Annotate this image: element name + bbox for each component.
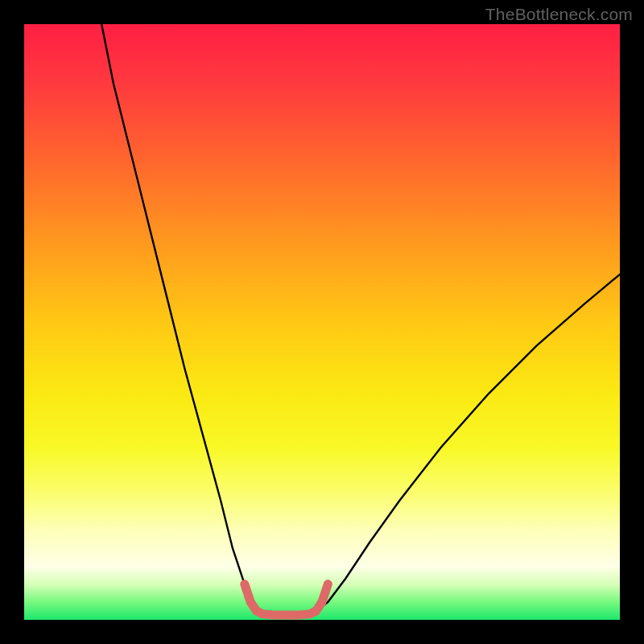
watermark-text: TheBottleneck.com [485,5,633,24]
curve-layer [24,24,620,620]
right-curve-path [316,275,620,611]
chart-frame: TheBottleneck.com [0,0,644,644]
gradient-plot-area [24,24,620,620]
left-curve-path [101,24,256,611]
highlight-band-path [245,584,328,616]
